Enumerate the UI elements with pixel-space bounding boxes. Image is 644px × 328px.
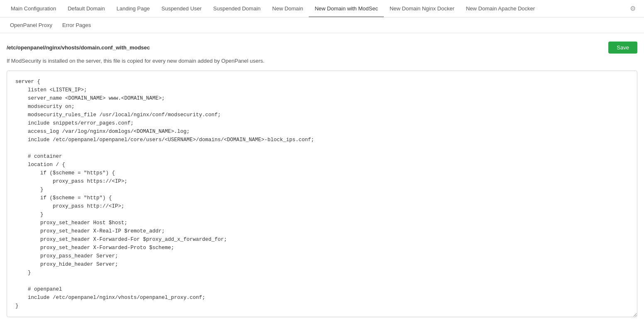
- second-tab-error-pages[interactable]: Error Pages: [57, 19, 96, 32]
- tab-new-domain-apache-docker[interactable]: New Domain Apache Docker: [460, 0, 541, 17]
- tab-suspended-domain[interactable]: Suspended Domain: [207, 0, 266, 17]
- tab-new-domain[interactable]: New Domain: [266, 0, 309, 17]
- settings-icon-wrapper: ⚙: [627, 5, 639, 12]
- tab-main-configuration[interactable]: Main Configuration: [5, 0, 62, 17]
- tab-new-domain-nginx-docker[interactable]: New Domain Nginx Docker: [384, 0, 460, 17]
- settings-icon[interactable]: ⚙: [630, 5, 636, 12]
- second-nav: OpenPanel ProxyError Pages: [0, 17, 644, 33]
- tab-new-domain-with-modsec[interactable]: New Domain with ModSec: [309, 0, 383, 17]
- main-content: /etc/openpanel/nginx/vhosts/domain.conf_…: [0, 33, 644, 326]
- description: If ModSecurity is installed on the serve…: [7, 58, 637, 64]
- file-path-row: /etc/openpanel/nginx/vhosts/domain.conf_…: [7, 42, 637, 54]
- tab-landing-page[interactable]: Landing Page: [111, 0, 156, 17]
- file-path: /etc/openpanel/nginx/vhosts/domain.conf_…: [7, 44, 150, 51]
- tab-suspended-user[interactable]: Suspended User: [156, 0, 207, 17]
- save-button[interactable]: Save: [608, 42, 637, 54]
- code-editor[interactable]: server { listen <LISTEN_IP>; server_name…: [7, 71, 637, 317]
- second-tab-openpanel-proxy[interactable]: OpenPanel Proxy: [5, 19, 57, 32]
- top-nav: Main ConfigurationDefault DomainLanding …: [0, 0, 644, 17]
- tab-default-domain[interactable]: Default Domain: [62, 0, 111, 17]
